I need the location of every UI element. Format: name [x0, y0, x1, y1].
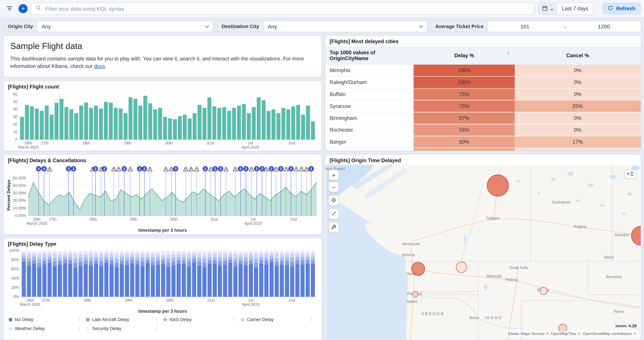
delay-type-bar-segment[interactable]: [130, 252, 134, 254]
delay-type-bar-segment[interactable]: [285, 257, 289, 261]
panel-title[interactable]: [Flights] Flight count: [4, 81, 321, 91]
price-min-value[interactable]: 101: [488, 23, 562, 29]
delay-type-bar-segment[interactable]: [238, 252, 243, 254]
delay-type-bar-segment[interactable]: [171, 258, 176, 261]
delay-type-bar-segment[interactable]: [32, 257, 36, 260]
delay-type-bar-segment[interactable]: [311, 260, 315, 264]
delay-type-bar-segment[interactable]: [37, 255, 41, 258]
flight-count-bar[interactable]: [227, 111, 231, 140]
map-canvas[interactable]: Prince RupertSaskatoonCalgaryReginaBrand…: [326, 165, 641, 340]
delay-type-bar-segment[interactable]: [197, 261, 202, 265]
delay-type-bar-segment[interactable]: [280, 261, 284, 264]
delay-type-bar-segment[interactable]: [73, 252, 78, 255]
delay-type-bar-segment[interactable]: [156, 258, 160, 261]
delay-type-bar-segment[interactable]: [22, 256, 26, 259]
delay-type-bar-segment[interactable]: [78, 258, 82, 261]
delay-type-bar-segment[interactable]: [208, 264, 212, 297]
delay-type-bar-segment[interactable]: [259, 252, 263, 254]
delay-type-bar-segment[interactable]: [187, 266, 191, 297]
delay-type-bar-segment[interactable]: [146, 254, 150, 257]
delay-type-bar-segment[interactable]: [228, 251, 232, 252]
delay-type-bar-segment[interactable]: [197, 265, 202, 297]
delay-type-bar-segment[interactable]: [48, 257, 52, 259]
delay-type-bar-segment[interactable]: [228, 259, 232, 263]
delay-type-bar-segment[interactable]: [32, 254, 36, 257]
refresh-button[interactable]: Refresh: [603, 3, 641, 15]
delay-type-bar-segment[interactable]: [264, 257, 268, 260]
delay-type-bar-segment[interactable]: [78, 252, 82, 254]
delay-type-bar-segment[interactable]: [290, 258, 294, 262]
delay-type-bar-segment[interactable]: [223, 254, 227, 257]
delay-type-bar-segment[interactable]: [68, 251, 72, 252]
delay-type-bar-segment[interactable]: [89, 254, 93, 257]
delay-type-bar-segment[interactable]: [37, 251, 41, 252]
delay-type-bar-segment[interactable]: [161, 252, 165, 255]
delay-type-bar-segment[interactable]: [53, 254, 57, 258]
delay-type-bar-segment[interactable]: [146, 252, 150, 254]
delay-type-bar-segment[interactable]: [238, 260, 243, 264]
delay-type-bar-segment[interactable]: [218, 254, 222, 258]
delay-type-bar-segment[interactable]: [84, 264, 88, 297]
delay-type-bar-segment[interactable]: [115, 267, 119, 297]
delay-type-bar-segment[interactable]: [311, 252, 315, 254]
delay-type-bar-segment[interactable]: [274, 252, 279, 254]
delay-type-bar-segment[interactable]: [120, 252, 124, 254]
delay-type-bar-segment[interactable]: [22, 258, 26, 262]
flight-count-bar[interactable]: [45, 106, 48, 140]
delay-type-bar-segment[interactable]: [311, 257, 315, 260]
delay-type-bar-segment[interactable]: [182, 251, 186, 252]
delay-type-bar-segment[interactable]: [42, 257, 46, 260]
delay-type-bar-segment[interactable]: [73, 263, 78, 268]
delay-type-bar-segment[interactable]: [135, 261, 139, 264]
delay-type-bar-segment[interactable]: [151, 252, 155, 254]
flight-count-bar[interactable]: [79, 106, 83, 140]
delay-type-bar-segment[interactable]: [202, 255, 206, 258]
flight-count-bar[interactable]: [104, 102, 108, 139]
delay-type-bar-segment[interactable]: [42, 260, 46, 264]
delay-type-bar-segment[interactable]: [182, 252, 186, 254]
delay-type-bar-segment[interactable]: [234, 266, 238, 297]
delay-type-bar-segment[interactable]: [42, 254, 46, 257]
kql-search-box[interactable]: [31, 3, 535, 15]
delay-type-bar-segment[interactable]: [53, 266, 57, 297]
delay-type-bar-segment[interactable]: [213, 254, 217, 257]
delay-type-bar-segment[interactable]: [27, 254, 31, 257]
delay-type-bar-segment[interactable]: [63, 254, 67, 257]
map-zoom-out-button[interactable]: −: [328, 181, 339, 192]
delay-type-bar-segment[interactable]: [187, 262, 191, 266]
delay-type-bar-segment[interactable]: [135, 258, 139, 261]
delay-type-bar-segment[interactable]: [306, 257, 310, 260]
flight-count-bar[interactable]: [272, 109, 276, 140]
delay-type-bar-segment[interactable]: [110, 257, 114, 260]
delay-type-bar-segment[interactable]: [115, 263, 119, 267]
delay-type-bar-segment[interactable]: [254, 251, 258, 252]
control-destination-city[interactable]: Destination City Any: [217, 21, 427, 32]
flight-count-bar[interactable]: [168, 118, 172, 139]
delay-type-bar-segment[interactable]: [264, 265, 268, 297]
delay-type-bar-segment[interactable]: [213, 264, 217, 297]
origin-delay-bubble[interactable]: [456, 262, 467, 273]
delay-type-bar-segment[interactable]: [228, 252, 232, 254]
delay-type-bar-segment[interactable]: [208, 257, 212, 260]
delay-type-bar-segment[interactable]: [234, 252, 238, 254]
flight-count-bar[interactable]: [99, 109, 103, 139]
delay-type-bar-segment[interactable]: [223, 265, 227, 297]
delay-type-bar-segment[interactable]: [192, 256, 196, 259]
delay-type-bar-segment[interactable]: [197, 254, 202, 257]
delay-type-bar-segment[interactable]: [161, 258, 165, 260]
delay-type-bar-segment[interactable]: [171, 252, 176, 254]
delay-type-bar-segment[interactable]: [202, 267, 206, 297]
delay-type-bar-segment[interactable]: [270, 252, 274, 254]
delay-type-bar-segment[interactable]: [68, 253, 72, 257]
delay-type-bar-segment[interactable]: [115, 252, 119, 255]
delay-type-bar-segment[interactable]: [192, 252, 196, 253]
delay-type-bar-segment[interactable]: [300, 260, 304, 265]
delay-type-bar-segment[interactable]: [135, 254, 139, 257]
control-origin-city[interactable]: Origin City Any: [3, 21, 214, 32]
map-zoom-in-button[interactable]: +: [328, 170, 339, 180]
delay-type-bar-segment[interactable]: [285, 254, 289, 257]
flight-count-bar[interactable]: [306, 106, 310, 140]
map-expand-button[interactable]: [328, 209, 339, 219]
panel-title[interactable]: [Flights] Most delayed cities: [326, 36, 641, 46]
delay-type-bar-segment[interactable]: [110, 265, 114, 297]
